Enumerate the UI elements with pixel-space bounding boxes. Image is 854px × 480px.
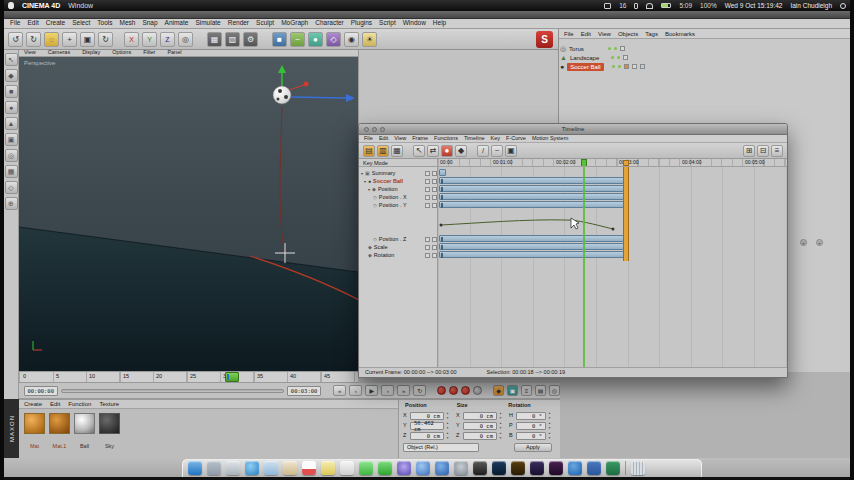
render-settings-icon[interactable]: ⚙	[243, 32, 258, 47]
dock-icon-after-effects[interactable]	[530, 461, 544, 475]
menu-animate[interactable]: Animate	[165, 20, 189, 27]
dock-icon-contacts[interactable]	[283, 461, 297, 475]
apply-button[interactable]: Apply	[514, 443, 552, 452]
dock-icon-mission-control[interactable]	[207, 461, 221, 475]
disclosure-icon[interactable]: ▾	[364, 179, 366, 184]
material-thumbnail[interactable]	[24, 413, 45, 434]
coord-mode-dropdown[interactable]: Object (Rel.)	[403, 443, 479, 452]
tl-record-icon[interactable]: ●	[441, 145, 453, 157]
solo-icon[interactable]: ◎	[549, 385, 560, 396]
range-end-marker[interactable]	[623, 167, 629, 261]
position-z-field[interactable]: 0 cm	[410, 432, 444, 440]
object-row-landscape[interactable]: ▲ Landscape	[560, 53, 850, 62]
enable-dot[interactable]	[612, 65, 615, 68]
tl-menu-motion-system[interactable]: Motion System	[532, 136, 568, 142]
track-row-rotation[interactable]: ◆ Rotation	[361, 251, 437, 259]
play-icon[interactable]: ▶	[365, 385, 378, 396]
animation-tag-icon[interactable]	[640, 64, 645, 69]
object-tag-icon[interactable]	[623, 55, 628, 60]
track-toggle[interactable]	[432, 171, 437, 176]
tl-menu-view[interactable]: View	[394, 136, 406, 142]
menu-create[interactable]: Create	[46, 20, 66, 27]
tl-playhead-handle[interactable]	[581, 159, 587, 167]
goto-start-icon[interactable]: «	[333, 385, 346, 396]
size-z-stepper[interactable]: ▲▼	[499, 432, 504, 440]
track-toggle[interactable]	[425, 171, 430, 176]
point-mode-icon[interactable]: ●	[5, 101, 18, 114]
dock-icon-app-store[interactable]	[435, 461, 449, 475]
rotation-h-field[interactable]: 0 °	[516, 412, 546, 420]
add-camera-icon[interactable]: ◉	[344, 32, 359, 47]
position-x-stepper[interactable]: ▲▼	[446, 412, 451, 420]
menu-plugins[interactable]: Plugins	[351, 20, 372, 27]
track-row-scale[interactable]: ◆ Scale	[361, 243, 437, 251]
track-row-position-y[interactable]: ◇ Position . Y	[361, 201, 437, 209]
track-row-position-x[interactable]: ◇ Position . X	[361, 193, 437, 201]
material-item[interactable]: Mat	[24, 413, 45, 452]
position-y-field[interactable]: 56.462 cm	[410, 422, 444, 430]
size-x-stepper[interactable]: ▲▼	[499, 412, 504, 420]
render-dot[interactable]	[617, 56, 620, 59]
track-toggle[interactable]	[425, 195, 430, 200]
battery-icon[interactable]	[661, 3, 671, 8]
rotation-b-field[interactable]: 0 °	[516, 432, 546, 440]
material-item[interactable]: Sky	[99, 413, 120, 452]
dock-icon-excel[interactable]	[606, 461, 620, 475]
track-toggle[interactable]	[425, 237, 430, 242]
track-toggle[interactable]	[432, 187, 437, 192]
enable-dot[interactable]	[608, 47, 611, 50]
tl-menu-frame[interactable]: Frame	[412, 136, 428, 142]
mat-menu-texture[interactable]: Texture	[99, 401, 119, 407]
om-menu-edit[interactable]: Edit	[581, 31, 591, 37]
tl-pan-icon[interactable]: ⇄	[427, 145, 439, 157]
menu-character[interactable]: Character	[315, 20, 344, 27]
timeline-ruler[interactable]: 00:00 00:01:00 00:02:00 00:03:00 00:04:0…	[438, 159, 787, 167]
track-toggle[interactable]	[425, 245, 430, 250]
z-axis-lock-icon[interactable]: Z	[160, 32, 175, 47]
vp-menu-view[interactable]: View	[24, 50, 36, 56]
undo-icon[interactable]: ↺	[8, 32, 23, 47]
menu-select[interactable]: Select	[72, 20, 90, 27]
tl-menu-fcurve[interactable]: F-Curve	[506, 136, 526, 142]
add-spline-icon[interactable]: ~	[290, 32, 305, 47]
track-toggle[interactable]	[432, 203, 437, 208]
material-thumbnail[interactable]	[74, 413, 95, 434]
keying-position-toggle[interactable]	[449, 386, 458, 395]
menu-snap[interactable]: Snap	[142, 20, 157, 27]
keying-params-icon[interactable]: ▤	[535, 385, 546, 396]
powerslider-ruler[interactable]: 0 5 10 15 20 25 30 35 40 45	[19, 371, 358, 383]
keying-selection-icon[interactable]: ▣	[507, 385, 518, 396]
dock-icon-facetime[interactable]	[378, 461, 392, 475]
vp-menu-filter[interactable]: Filter	[143, 50, 155, 56]
mat-menu-edit[interactable]: Edit	[50, 401, 60, 407]
prev-key-icon[interactable]: ‹	[349, 385, 362, 396]
texture-tag-icon[interactable]	[624, 64, 629, 69]
timeline-track-area[interactable]	[438, 167, 787, 367]
menu-render[interactable]: Render	[228, 20, 249, 27]
dock-icon-illustrator[interactable]	[511, 461, 525, 475]
menu-sculpt[interactable]: Sculpt	[256, 20, 274, 27]
track-toggle[interactable]	[432, 195, 437, 200]
wifi-status-icon[interactable]	[646, 3, 653, 9]
viewport[interactable]: Perspective	[19, 57, 358, 371]
menu-window[interactable]: Window	[403, 20, 426, 27]
record-keyframe-button[interactable]	[437, 386, 446, 395]
coordinate-system-icon[interactable]: ◎	[178, 32, 193, 47]
close-window-icon[interactable]	[364, 127, 369, 132]
apple-menu-icon[interactable]	[8, 2, 14, 9]
size-y-stepper[interactable]: ▲▼	[499, 422, 504, 430]
tl-zoom-out-icon[interactable]: ⊟	[757, 145, 769, 157]
scale-tool-icon[interactable]: ▣	[80, 32, 95, 47]
menubar-app-name[interactable]: CINEMA 4D	[22, 2, 60, 9]
render-dot[interactable]	[618, 65, 621, 68]
y-axis-lock-icon[interactable]: Y	[142, 32, 157, 47]
track-row-position[interactable]: ▾ ◆ Position	[361, 185, 437, 193]
zoom-window-icon[interactable]	[380, 127, 385, 132]
texture-mode-icon[interactable]: ■	[5, 85, 18, 98]
dock-icon-photoshop[interactable]	[492, 461, 506, 475]
autokey-icon[interactable]: ◆	[493, 385, 504, 396]
spotlight-icon[interactable]	[840, 3, 846, 9]
range-slider[interactable]	[61, 389, 284, 393]
position-z-stepper[interactable]: ▲▼	[446, 432, 451, 440]
position-y-stepper[interactable]: ▲▼	[446, 422, 451, 430]
